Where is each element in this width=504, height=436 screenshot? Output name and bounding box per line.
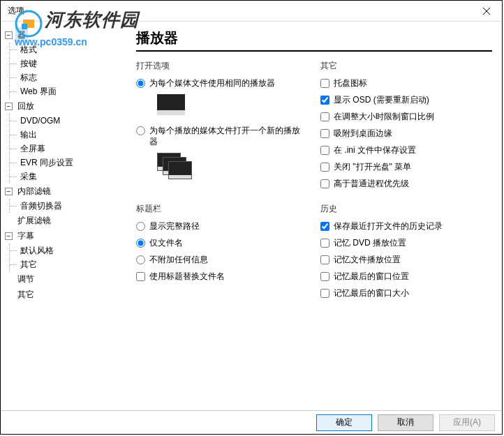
options-dialog: 选项 河东软件园 www.pc0359.cn −器格式按键标志Web 界面−回放… bbox=[0, 0, 503, 435]
settings-grid: 打开选项 为每个媒体文件使用相同的播放器 为每个播放的媒体文件打开一个新的播放器 bbox=[136, 60, 492, 304]
ok-button[interactable]: 确定 bbox=[316, 414, 372, 431]
radio-label: 不附加任何信息 bbox=[149, 254, 308, 265]
checkbox-input[interactable] bbox=[320, 222, 329, 231]
radio-input[interactable] bbox=[136, 79, 145, 88]
close-button[interactable] bbox=[470, 1, 502, 22]
checkbox-label: 在调整大小时限制窗口比例 bbox=[334, 111, 492, 122]
radio-label: 仅文件名 bbox=[149, 237, 308, 248]
radio-same-player[interactable]: 为每个媒体文件使用相同的播放器 bbox=[136, 77, 308, 89]
checkbox-input[interactable] bbox=[320, 163, 329, 172]
radio-input[interactable] bbox=[136, 239, 145, 248]
tree-group[interactable]: −内部滤镜 bbox=[5, 183, 122, 199]
group-title: 打开选项 bbox=[136, 60, 308, 72]
checkbox-option[interactable]: 记忆文件播放位置 bbox=[320, 254, 492, 265]
collapse-icon[interactable]: − bbox=[5, 188, 13, 195]
nav-tree: −器格式按键标志Web 界面−回放DVD/OGM输出全屏幕EVR 同步设置采集−… bbox=[5, 27, 122, 302]
tree-group-label[interactable]: 调节 bbox=[15, 271, 36, 287]
checkbox-label: 托盘图标 bbox=[334, 77, 492, 89]
checkbox-input[interactable] bbox=[320, 112, 329, 121]
tree-group-label[interactable]: 器 bbox=[15, 27, 28, 43]
checkbox-input[interactable] bbox=[136, 272, 145, 281]
radio-option[interactable]: 显示完整路径 bbox=[136, 220, 308, 232]
tree-item[interactable]: 其它 bbox=[18, 259, 39, 270]
radio-label: 为每个媒体文件使用相同的播放器 bbox=[149, 77, 308, 89]
tree-group[interactable]: −回放 bbox=[5, 98, 122, 114]
tree-group[interactable]: ·其它 bbox=[5, 287, 122, 302]
checkbox-input[interactable] bbox=[320, 272, 329, 281]
checkbox-input[interactable] bbox=[320, 255, 329, 264]
checkbox-label: 在 .ini 文件中保存设置 bbox=[334, 144, 492, 156]
checkbox-label: 显示 OSD (需要重新启动) bbox=[334, 94, 492, 105]
tree-item[interactable]: 音频切换器 bbox=[18, 200, 64, 211]
dialog-footer: 确定 取消 应用(A) bbox=[1, 410, 502, 434]
radio-input[interactable] bbox=[136, 126, 145, 135]
content-panel: 播放器 打开选项 为每个媒体文件使用相同的播放器 为每个播放的媒体文件打开一个新… bbox=[126, 22, 502, 409]
checkbox-input[interactable] bbox=[320, 96, 329, 105]
checkbox-replace-filename[interactable]: 使用标题替换文件名 bbox=[136, 271, 308, 282]
single-window-icon bbox=[157, 94, 185, 115]
checkbox-option[interactable]: 记忆 DVD 播放位置 bbox=[320, 237, 492, 248]
checkbox-label: 高于普通进程优先级 bbox=[334, 178, 492, 189]
tree-item[interactable]: 格式 bbox=[18, 44, 39, 55]
checkbox-option[interactable]: 吸附到桌面边缘 bbox=[320, 128, 492, 139]
tree-group[interactable]: −器 bbox=[5, 27, 122, 43]
checkbox-label: 吸附到桌面边缘 bbox=[334, 128, 492, 139]
checkbox-option[interactable]: 记忆最后的窗口位置 bbox=[320, 271, 492, 282]
collapse-icon[interactable]: − bbox=[5, 232, 13, 240]
radio-new-player[interactable]: 为每个播放的媒体文件打开一个新的播放器 bbox=[136, 125, 308, 147]
tree-group[interactable]: ·扩展滤镜 bbox=[5, 213, 122, 228]
tree-item[interactable]: EVR 同步设置 bbox=[18, 157, 75, 168]
tree-item[interactable]: DVD/OGM bbox=[18, 115, 62, 126]
checkbox-input[interactable] bbox=[320, 289, 329, 298]
window-title: 选项 bbox=[8, 5, 24, 17]
checkbox-option[interactable]: 关闭 "打开光盘" 菜单 bbox=[320, 161, 492, 172]
tree-group-label[interactable]: 字幕 bbox=[15, 228, 36, 243]
checkbox-option[interactable]: 高于普通进程优先级 bbox=[320, 178, 492, 189]
checkbox-label: 记忆最后的窗口大小 bbox=[334, 287, 492, 299]
radio-option[interactable]: 仅文件名 bbox=[136, 237, 308, 248]
cancel-button[interactable]: 取消 bbox=[378, 414, 433, 431]
multi-window-icon bbox=[157, 153, 191, 179]
radio-input[interactable] bbox=[136, 222, 145, 231]
checkbox-label: 记忆 DVD 播放位置 bbox=[334, 237, 492, 248]
tree-item[interactable]: 采集 bbox=[18, 171, 39, 182]
checkbox-input[interactable] bbox=[320, 129, 329, 138]
tree-item[interactable]: 按键 bbox=[18, 58, 39, 69]
tree-item[interactable]: 输出 bbox=[18, 129, 39, 140]
tree-group-label[interactable]: 内部滤镜 bbox=[15, 183, 53, 199]
checkbox-label: 使用标题替换文件名 bbox=[149, 271, 308, 282]
tree-group-label[interactable]: 其它 bbox=[15, 287, 36, 302]
checkbox-option[interactable]: 保存最近打开文件的历史记录 bbox=[320, 220, 492, 232]
radio-label: 为每个播放的媒体文件打开一个新的播放器 bbox=[149, 125, 308, 147]
checkbox-input[interactable] bbox=[320, 79, 329, 88]
group-title: 其它 bbox=[320, 60, 492, 72]
group-history: 历史 保存最近打开文件的历史记录记忆 DVD 播放位置记忆文件播放位置记忆最后的… bbox=[320, 203, 492, 304]
checkbox-input[interactable] bbox=[320, 239, 329, 248]
checkbox-option[interactable]: 托盘图标 bbox=[320, 77, 492, 89]
checkbox-label: 关闭 "打开光盘" 菜单 bbox=[334, 161, 492, 172]
tree-group[interactable]: ·调节 bbox=[5, 271, 122, 287]
checkbox-input[interactable] bbox=[320, 179, 329, 188]
tree-group-label[interactable]: 回放 bbox=[15, 98, 36, 114]
checkbox-option[interactable]: 在 .ini 文件中保存设置 bbox=[320, 144, 492, 156]
close-icon bbox=[483, 8, 490, 15]
tree-group-label[interactable]: 扩展滤镜 bbox=[15, 213, 53, 228]
tree-item[interactable]: Web 界面 bbox=[18, 86, 59, 97]
checkbox-option[interactable]: 在调整大小时限制窗口比例 bbox=[320, 111, 492, 122]
tree-item[interactable]: 标志 bbox=[18, 72, 39, 83]
tree-group[interactable]: −字幕 bbox=[5, 228, 122, 243]
radio-option[interactable]: 不附加任何信息 bbox=[136, 254, 308, 265]
group-open-options: 打开选项 为每个媒体文件使用相同的播放器 为每个播放的媒体文件打开一个新的播放器 bbox=[136, 60, 308, 195]
tree-item[interactable]: 默认风格 bbox=[18, 245, 56, 256]
checkbox-label: 记忆最后的窗口位置 bbox=[334, 271, 492, 282]
apply-button[interactable]: 应用(A) bbox=[439, 414, 495, 431]
checkbox-option[interactable]: 显示 OSD (需要重新启动) bbox=[320, 94, 492, 105]
collapse-icon[interactable]: − bbox=[5, 103, 13, 110]
checkbox-input[interactable] bbox=[320, 146, 329, 155]
tree-item[interactable]: 全屏幕 bbox=[18, 143, 47, 154]
group-other: 其它 托盘图标显示 OSD (需要重新启动)在调整大小时限制窗口比例吸附到桌面边… bbox=[320, 60, 492, 195]
checkbox-option[interactable]: 记忆最后的窗口大小 bbox=[320, 287, 492, 299]
collapse-icon[interactable]: − bbox=[5, 31, 13, 39]
radio-input[interactable] bbox=[136, 255, 145, 264]
group-titlebar: 标题栏 显示完整路径仅文件名不附加任何信息 使用标题替换文件名 bbox=[136, 203, 308, 304]
